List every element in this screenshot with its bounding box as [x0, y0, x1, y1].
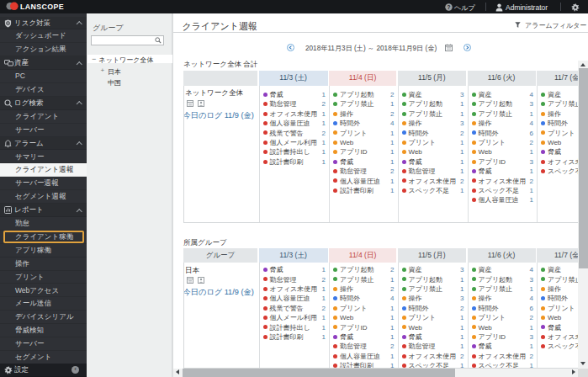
svg-text:?: ?: [448, 4, 451, 10]
